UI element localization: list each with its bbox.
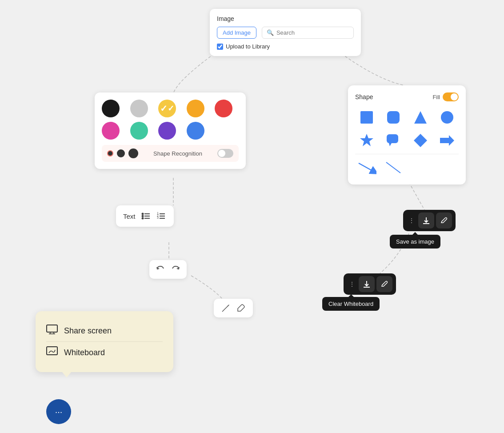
- pen-dot-large[interactable]: [128, 148, 138, 158]
- search-input-wrapper: 🔍: [262, 27, 354, 39]
- share-popup: Share screen Whiteboard: [36, 311, 173, 372]
- more-options-dots-2[interactable]: ⋮: [347, 281, 357, 288]
- svg-marker-4: [360, 134, 373, 146]
- shape-recognition-row: Shape Recognition: [102, 145, 239, 162]
- upload-label: Upload to Library: [226, 43, 270, 50]
- upload-row: Upload to Library: [217, 43, 354, 50]
- shape-diagonal-line[interactable]: [355, 158, 378, 177]
- whiteboard-label: Whiteboard: [64, 348, 105, 357]
- pen-tool-button[interactable]: [221, 303, 231, 313]
- svg-rect-27: [47, 325, 57, 332]
- line-row: [355, 154, 459, 177]
- eraser-tool-button[interactable]: [236, 303, 246, 313]
- shape-panel-title: Shape: [355, 93, 373, 100]
- svg-rect-5: [387, 134, 398, 143]
- share-screen-label: Share screen: [64, 326, 112, 336]
- svg-marker-7: [414, 134, 427, 147]
- color-purple[interactable]: [158, 122, 176, 140]
- draw-tools-panel: [214, 299, 253, 317]
- color-grid: ✓: [102, 100, 239, 140]
- color-blue[interactable]: [187, 122, 204, 140]
- svg-text:3: 3: [157, 216, 159, 219]
- svg-point-12: [142, 213, 143, 215]
- undo-redo-panel: [149, 260, 187, 279]
- shape-panel: Shape Fill: [348, 85, 466, 184]
- clear-button[interactable]: [376, 276, 392, 292]
- color-light-gray[interactable]: [130, 100, 148, 117]
- redo-button[interactable]: [171, 265, 180, 274]
- color-teal[interactable]: [130, 122, 148, 140]
- shape-recognition-toggle[interactable]: [217, 149, 233, 158]
- svg-line-24: [228, 305, 228, 306]
- fill-toggle[interactable]: [443, 92, 459, 101]
- shapes-grid: [355, 108, 459, 150]
- bullet-list-icon[interactable]: [141, 211, 152, 221]
- svg-marker-2: [414, 111, 427, 124]
- svg-line-11: [386, 162, 400, 173]
- save-as-image-tooltip: Save as image: [390, 235, 440, 249]
- color-pink[interactable]: [102, 122, 120, 140]
- upload-checkbox[interactable]: [217, 44, 223, 50]
- shape-recognition-label: Shape Recognition: [153, 150, 202, 157]
- save-image-toolbar: ⋮: [403, 210, 456, 231]
- pen-dot-small[interactable]: [107, 150, 113, 156]
- svg-rect-1: [387, 111, 400, 124]
- clear-whiteboard-tooltip: Clear Whiteboard: [322, 297, 380, 311]
- share-screen-item[interactable]: Share screen: [46, 320, 163, 341]
- svg-line-9: [359, 163, 375, 172]
- search-icon: 🔍: [267, 29, 274, 36]
- svg-rect-31: [47, 347, 57, 355]
- color-black[interactable]: [102, 100, 120, 117]
- svg-marker-6: [389, 143, 392, 146]
- shape-star[interactable]: [355, 131, 378, 150]
- svg-rect-0: [360, 111, 373, 124]
- svg-marker-8: [440, 135, 454, 146]
- fill-label: Fill: [432, 94, 440, 100]
- shape-square[interactable]: [355, 108, 378, 127]
- whiteboard-item[interactable]: Whiteboard: [46, 341, 163, 363]
- chat-dots: ···: [55, 407, 63, 417]
- color-yellow[interactable]: ✓: [158, 100, 176, 117]
- eraser-button[interactable]: [436, 212, 452, 229]
- add-image-button[interactable]: Add Image: [217, 27, 256, 39]
- svg-point-16: [142, 218, 143, 219]
- shape-arrow[interactable]: [436, 131, 459, 150]
- color-orange[interactable]: [187, 100, 204, 117]
- shape-slash-line[interactable]: [382, 158, 405, 177]
- shape-panel-header: Shape Fill: [355, 92, 459, 101]
- numbered-list-icon[interactable]: 123: [156, 211, 167, 221]
- svg-point-3: [441, 111, 453, 124]
- svg-point-14: [142, 216, 143, 217]
- shape-rounded-rect[interactable]: [382, 108, 405, 127]
- whiteboard-icon: [46, 346, 58, 359]
- image-panel-title: Image: [217, 15, 354, 22]
- text-label: Text: [123, 212, 136, 220]
- more-options-dots[interactable]: ⋮: [407, 217, 416, 224]
- monitor-icon: [46, 325, 58, 337]
- image-panel: Image Add Image 🔍 Upload to Library: [210, 9, 361, 56]
- text-list-icons: 123: [141, 211, 167, 221]
- color-red[interactable]: [215, 100, 232, 117]
- shape-diamond[interactable]: [409, 131, 432, 150]
- pen-dot-medium[interactable]: [117, 149, 125, 157]
- clear-whiteboard-toolbar: ⋮: [344, 273, 396, 295]
- download-button-2[interactable]: [359, 276, 375, 292]
- chat-bubble[interactable]: ···: [46, 399, 71, 424]
- shape-triangle[interactable]: [409, 108, 432, 127]
- fill-row: Fill: [432, 92, 459, 101]
- shape-speech-bubble[interactable]: [382, 131, 405, 150]
- download-button[interactable]: [418, 212, 434, 229]
- text-panel: Text 123: [116, 205, 174, 227]
- color-panel: ✓ Shape Recognition: [95, 92, 246, 169]
- search-input[interactable]: [276, 29, 349, 36]
- undo-button[interactable]: [156, 265, 165, 274]
- shape-circle[interactable]: [436, 108, 459, 127]
- pen-size-dots: [107, 148, 138, 158]
